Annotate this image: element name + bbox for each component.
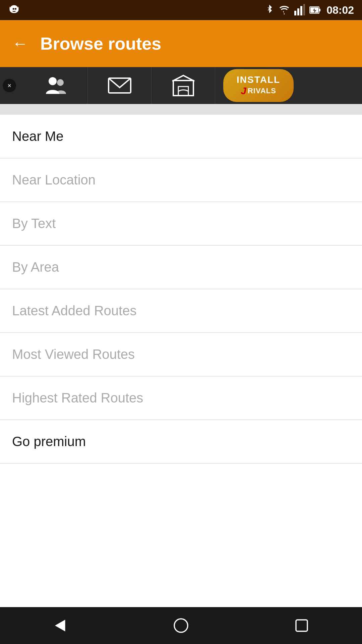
- ad-brand-j: J: [241, 85, 246, 97]
- ad-close-button[interactable]: ×: [3, 79, 16, 92]
- svg-rect-2: [300, 6, 302, 15]
- status-bar: 08:02: [0, 0, 362, 20]
- nav-recent-button[interactable]: [288, 612, 315, 639]
- status-time: 08:02: [326, 4, 354, 16]
- people-icon: [44, 74, 68, 97]
- status-icons: [265, 4, 321, 16]
- svg-rect-5: [319, 9, 320, 11]
- svg-rect-0: [294, 11, 296, 15]
- svg-point-8: [57, 79, 64, 86]
- svg-rect-15: [296, 620, 307, 631]
- menu-item-label-latest-added-routes: Latest Added Routes: [12, 303, 136, 318]
- nav-back-button[interactable]: [47, 612, 74, 639]
- ad-brand-rivals: RIVALS: [248, 87, 276, 95]
- menu-item-label-by-area: By Area: [12, 260, 59, 275]
- status-bar-left: [8, 4, 20, 16]
- ad-mail-icon-block: [88, 67, 152, 104]
- svg-rect-1: [297, 8, 299, 15]
- ad-banner: × IN: [0, 67, 362, 104]
- menu-item-label-near-me: Near Me: [12, 129, 63, 144]
- svg-point-7: [49, 77, 57, 85]
- menu-list: Near MeNear LocationBy TextBy AreaLatest…: [0, 115, 362, 607]
- mail-icon: [108, 75, 131, 96]
- svg-marker-12: [56, 621, 65, 631]
- ad-brand: J RIVALS: [241, 85, 276, 97]
- cat-icon: [8, 4, 20, 16]
- menu-item-label-by-text: By Text: [12, 216, 56, 231]
- ad-install-button[interactable]: INSTALL J RIVALS: [223, 69, 294, 102]
- signal-icon: [294, 4, 305, 16]
- menu-item-near-location[interactable]: Near Location: [0, 158, 362, 202]
- ad-install-label: INSTALL: [237, 74, 280, 85]
- ad-people-icon-block: [24, 67, 88, 104]
- menu-item-label-most-viewed-routes: Most Viewed Routes: [12, 347, 135, 362]
- menu-item-label-near-location: Near Location: [12, 172, 96, 187]
- bluetooth-icon: [265, 4, 274, 16]
- menu-item-label-go-premium: Go premium: [12, 434, 86, 449]
- bottom-nav: [0, 607, 362, 644]
- ad-building-icon-block: [152, 67, 215, 104]
- status-bar-right: 08:02: [265, 4, 354, 16]
- ad-icons: INSTALL J RIVALS: [24, 67, 294, 104]
- menu-item-latest-added-routes[interactable]: Latest Added Routes: [0, 289, 362, 333]
- menu-item-go-premium[interactable]: Go premium: [0, 420, 362, 464]
- menu-item-by-area[interactable]: By Area: [0, 246, 362, 289]
- thin-strip: [0, 104, 362, 115]
- svg-point-14: [174, 619, 188, 632]
- svg-rect-3: [303, 4, 305, 15]
- menu-item-label-highest-rated-routes: Highest Rated Routes: [12, 390, 143, 406]
- svg-rect-10: [173, 80, 193, 96]
- page-title: Browse routes: [40, 34, 161, 54]
- nav-recent-icon: [293, 617, 310, 634]
- menu-item-by-text[interactable]: By Text: [0, 202, 362, 246]
- battery-icon: [309, 4, 321, 16]
- nav-back-icon: [52, 617, 69, 634]
- menu-item-most-viewed-routes[interactable]: Most Viewed Routes: [0, 333, 362, 376]
- app-header: ← Browse routes: [0, 20, 362, 67]
- back-button[interactable]: ←: [12, 36, 28, 52]
- nav-home-icon: [173, 617, 189, 634]
- menu-item-highest-rated-routes[interactable]: Highest Rated Routes: [0, 376, 362, 420]
- menu-item-near-me[interactable]: Near Me: [0, 115, 362, 158]
- warehouse-icon: [172, 74, 195, 97]
- wifi-icon: [278, 4, 290, 16]
- nav-home-button[interactable]: [167, 612, 195, 639]
